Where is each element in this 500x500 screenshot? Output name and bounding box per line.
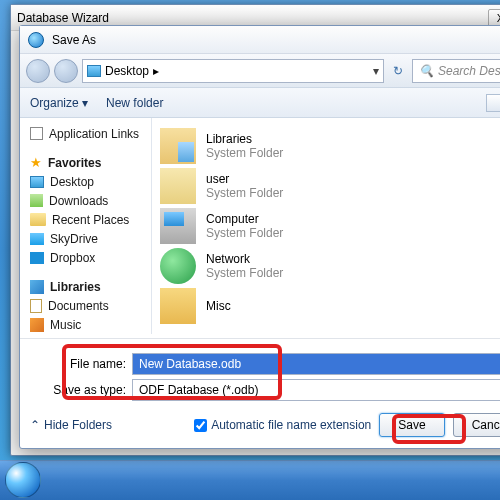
save-as-dialog: Save As Desktop ▸ ▾ ↻ 🔍 Search Desktop O… <box>19 25 500 449</box>
new-folder-button[interactable]: New folder <box>106 96 163 110</box>
list-item[interactable]: userSystem Folder <box>160 166 500 206</box>
links-icon <box>30 127 43 140</box>
sidebar-item-desktop[interactable]: Desktop <box>30 172 147 191</box>
sidebar-section-libraries[interactable]: Libraries <box>30 277 147 296</box>
search-input[interactable]: 🔍 Search Desktop <box>412 59 500 83</box>
sidebar-item-app-links[interactable]: Application Links <box>30 124 147 143</box>
forward-button[interactable] <box>54 59 78 83</box>
save-button[interactable]: Save <box>379 413 444 437</box>
database-wizard-window: Database Wizard X Save As Desktop ▸ ▾ ↻ … <box>10 4 500 456</box>
sidebar: Application Links ★Favorites Desktop Dow… <box>20 118 152 334</box>
search-placeholder: Search Desktop <box>438 64 500 78</box>
sidebar-item-downloads[interactable]: Downloads <box>30 191 147 210</box>
computer-icon <box>160 208 196 244</box>
list-item[interactable]: Misc <box>160 286 500 326</box>
dialog-title: Save As <box>52 33 96 47</box>
desktop-icon <box>87 65 101 77</box>
sidebar-item-recent[interactable]: Recent Places <box>30 210 147 229</box>
list-item[interactable]: ComputerSystem Folder <box>160 206 500 246</box>
chevron-up-icon: ⌃ <box>30 418 40 432</box>
chevron-right-icon: ▸ <box>153 64 159 78</box>
dialog-icon <box>28 32 44 48</box>
start-button[interactable] <box>5 462 41 498</box>
view-mode-button[interactable] <box>486 94 500 112</box>
close-icon[interactable]: X <box>488 9 500 27</box>
refresh-icon[interactable]: ↻ <box>388 61 408 81</box>
folder-icon <box>160 288 196 324</box>
list-item[interactable]: NetworkSystem Folder <box>160 246 500 286</box>
auto-extension-checkbox[interactable]: Automatic file name extension <box>194 418 371 432</box>
search-icon: 🔍 <box>419 64 434 78</box>
outer-window-title: Database Wizard <box>17 11 109 25</box>
star-icon: ★ <box>30 155 42 170</box>
download-icon <box>30 194 43 207</box>
music-icon <box>30 318 44 332</box>
organize-menu[interactable]: Organize ▾ <box>30 96 88 110</box>
filename-label: File name: <box>30 357 126 371</box>
user-folder-icon <box>160 168 196 204</box>
sidebar-item-documents[interactable]: Documents <box>30 296 147 315</box>
list-item[interactable]: LibrariesSystem Folder <box>160 126 500 166</box>
sidebar-item-music[interactable]: Music <box>30 315 147 334</box>
filetype-select[interactable]: ODF Database (*.odb) ▾ <box>132 379 500 401</box>
folder-icon <box>30 213 46 226</box>
path-root: Desktop <box>105 64 149 78</box>
desktop-icon <box>30 176 44 188</box>
filetype-label: Save as type: <box>30 383 126 397</box>
libraries-icon <box>160 128 196 164</box>
hide-folders-button[interactable]: ⌃ Hide Folders <box>30 418 112 432</box>
network-icon <box>160 248 196 284</box>
dropbox-icon <box>30 252 44 264</box>
sidebar-item-skydrive[interactable]: SkyDrive <box>30 229 147 248</box>
breadcrumb[interactable]: Desktop ▸ ▾ <box>82 59 384 83</box>
cancel-button[interactable]: Cancel <box>453 413 500 437</box>
libraries-icon <box>30 280 44 294</box>
back-button[interactable] <box>26 59 50 83</box>
sidebar-section-favorites[interactable]: ★Favorites <box>30 153 147 172</box>
file-list[interactable]: LibrariesSystem Folder userSystem Folder… <box>152 118 500 334</box>
chevron-down-icon[interactable]: ▾ <box>373 64 379 78</box>
sidebar-item-dropbox[interactable]: Dropbox <box>30 248 147 267</box>
cloud-icon <box>30 233 44 245</box>
filename-input[interactable] <box>132 353 500 375</box>
document-icon <box>30 299 42 313</box>
